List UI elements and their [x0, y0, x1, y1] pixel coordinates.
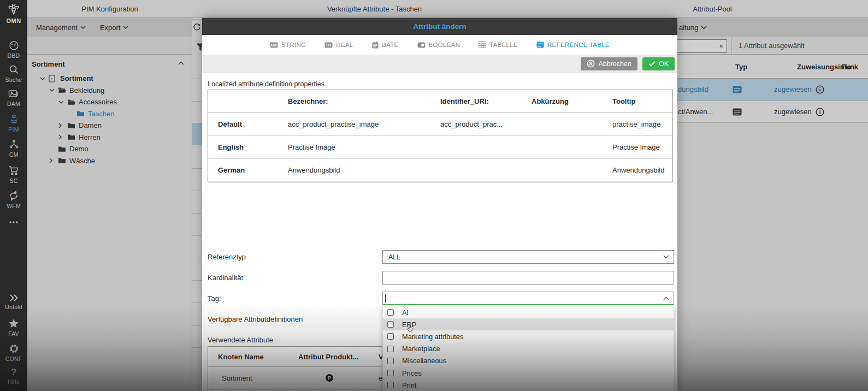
chevron-up-icon [663, 297, 669, 300]
type-tabs: ABC STRING 123 REAL DATE BOOLEAN TABELLE [202, 35, 677, 55]
toggle-icon [417, 42, 426, 48]
checkbox[interactable] [387, 309, 394, 316]
dialog-actions: Abbrechen OK [202, 55, 677, 73]
table-icon [479, 42, 486, 48]
tab-date[interactable]: DATE [372, 42, 399, 49]
kardinalitaet-label: Kardinalität [208, 274, 243, 282]
dialog-titlebar: Attribut ändern [202, 18, 677, 35]
localized-table-row[interactable]: English Practise Image Practise Image [208, 136, 672, 159]
dialog-body: Localized attribute definition propertie… [202, 73, 677, 391]
used-attributes-label: Verwendete Attribute [208, 336, 273, 344]
dialog-title: Attribut ändern [413, 22, 467, 31]
attribute-edit-dialog: Attribut ändern ABC STRING 123 REAL DATE… [202, 18, 677, 391]
checkbox[interactable] [387, 321, 394, 328]
tag-option[interactable]: Miscellaneous [383, 355, 674, 367]
checkbox[interactable] [387, 358, 394, 364]
checkbox[interactable] [387, 333, 394, 340]
localized-table-row[interactable]: Default acc_product_practise_image acc_p… [208, 113, 672, 136]
reference-table-icon [536, 42, 544, 48]
localized-table-header: Bezeichner: Identifier_URI: Abkürzung To… [208, 90, 672, 113]
localized-table-row[interactable]: German Anwendungsbild Anwendungsbild [208, 159, 672, 182]
123-badge-icon: 123 [324, 42, 333, 48]
tab-reference-table[interactable]: REFERENCE TABLE [536, 42, 610, 48]
checkbox[interactable] [387, 382, 394, 388]
localized-heading: Localized attribute definition propertie… [208, 80, 324, 88]
tag-option[interactable]: ERP [383, 318, 674, 330]
kardinalitaet-input[interactable] [382, 271, 674, 285]
calendar-icon [372, 42, 379, 49]
tag-option[interactable]: Prices [383, 367, 674, 379]
tag-option[interactable]: Print [383, 379, 674, 391]
circle-x-icon [587, 60, 595, 68]
localized-table: Bezeichner: Identifier_URI: Abkürzung To… [208, 90, 673, 182]
tag-options-dropdown: AI ERP Marketing attributes [382, 306, 674, 391]
chevron-down-icon [663, 255, 669, 259]
tag-combobox[interactable] [382, 292, 674, 305]
referenztyp-select[interactable]: ALL [382, 250, 674, 264]
ok-button[interactable]: OK [642, 57, 675, 70]
available-attributes-label: Verfügbare Attributdefinitionen [208, 315, 303, 323]
abc-badge-icon: ABC [270, 42, 278, 48]
tag-option[interactable]: Marketplace [383, 343, 674, 355]
check-icon [648, 61, 656, 67]
product-badge: P [326, 374, 333, 382]
referenztyp-label: Referenztyp [208, 253, 246, 261]
svg-text:123: 123 [326, 43, 332, 46]
tab-boolean[interactable]: BOOLEAN [417, 42, 460, 48]
checkbox[interactable] [387, 346, 394, 352]
app-root: OMN DBD Suche DAM PIM CM SC WFM [0, 0, 868, 391]
tab-real[interactable]: 123 REAL [324, 42, 353, 48]
cancel-button[interactable]: Abbrechen [581, 57, 637, 70]
tag-option[interactable]: AI [383, 306, 674, 318]
tag-option[interactable]: Marketing attributes [383, 330, 674, 342]
tab-string[interactable]: ABC STRING [270, 42, 306, 48]
tag-label: Tag: [208, 294, 221, 303]
text-caret [385, 294, 386, 303]
tab-tabelle[interactable]: TABELLE [479, 42, 518, 48]
checkbox[interactable] [387, 370, 394, 376]
svg-text:ABC: ABC [270, 43, 277, 46]
